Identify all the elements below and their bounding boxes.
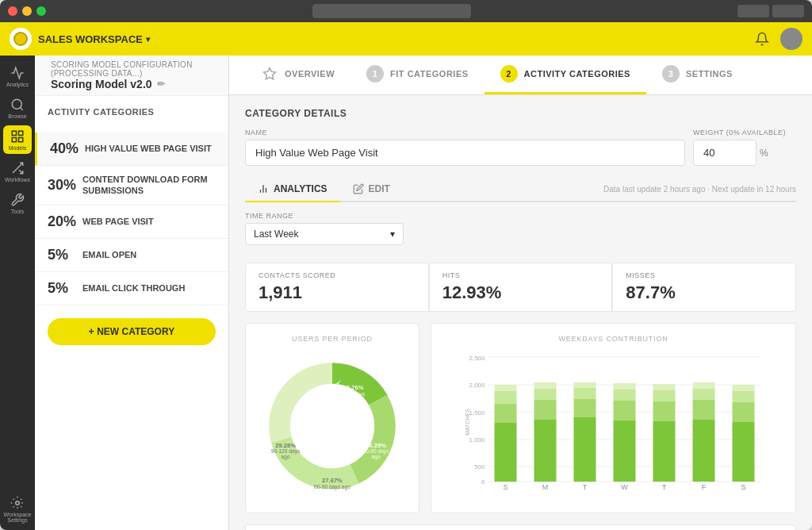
details-area: CATEGORY DETAILS NAME WEIGHT (0% AVAILAB…	[229, 95, 812, 530]
name-input[interactable]	[245, 140, 685, 166]
cat-percent-2: 20%	[48, 213, 82, 230]
browse-label: Browse	[8, 113, 26, 119]
svg-rect-45	[495, 385, 517, 391]
top-bar: SALES WORKSPACE ▾	[0, 22, 812, 56]
svg-rect-54	[574, 388, 596, 399]
logo	[10, 28, 32, 50]
step-overview[interactable]: OVERVIEW	[245, 56, 350, 94]
name-weight-row: NAME WEIGHT (0% AVAILABLE) %	[245, 129, 796, 166]
content-area: OVERVIEW 1 FIT CATEGORIES 2 ACTIVITY CAT…	[229, 56, 812, 530]
overview-icon	[261, 65, 278, 83]
svg-rect-64	[653, 390, 676, 401]
svg-rect-62	[653, 421, 676, 482]
svg-text:T: T	[583, 483, 588, 491]
step-settings[interactable]: 3 SETTINGS	[646, 56, 749, 94]
svg-text:ago: ago	[282, 454, 290, 460]
category-item-4[interactable]: 5% EMAIL CLICK THROUGH	[35, 272, 228, 305]
svg-rect-65	[653, 384, 676, 390]
svg-rect-5	[12, 137, 16, 141]
workspace-dropdown-icon[interactable]: ▾	[146, 35, 150, 44]
panel-header: ACTIVITY CATEGORIES	[35, 96, 228, 132]
tab-analytics[interactable]: ANALYTICS	[245, 177, 340, 202]
category-item-2[interactable]: 20% WEB PAGE VISIT	[35, 205, 228, 239]
stats-row: CONTACTS SCORED 1,911 HITS 12.93% MISSES…	[245, 263, 796, 312]
scoring-title: Scoring Model v2.0 ✏	[51, 78, 213, 90]
minimize-btn[interactable]	[22, 6, 32, 16]
new-category-button[interactable]: + NEW CATEGORY	[48, 318, 216, 345]
step-activity-label: ACTIVITY CATEGORIES	[524, 69, 630, 79]
svg-text:1,000: 1,000	[469, 436, 485, 444]
stat-contacts-label: CONTACTS SCORED	[259, 271, 416, 279]
category-item-3[interactable]: 5% EMAIL OPEN	[35, 239, 228, 272]
time-range-select[interactable]: Last Week ▾	[245, 223, 404, 245]
step-fit-label: FIT CATEGORIES	[390, 69, 468, 79]
cat-name-3: EMAIL OPEN	[82, 249, 136, 260]
workspace-name[interactable]: SALES WORKSPACE ▾	[38, 33, 150, 45]
category-item-0[interactable]: 40% HIGH VALUE WEB PAGE VISIT	[35, 132, 228, 166]
notification-icon[interactable]	[752, 29, 772, 49]
step-nav: OVERVIEW 1 FIT CATEGORIES 2 ACTIVITY CAT…	[229, 56, 812, 95]
svg-rect-57	[614, 421, 636, 482]
weight-unit: %	[760, 148, 768, 159]
svg-text:29.28%: 29.28%	[275, 442, 296, 449]
sidebar-item-workflows[interactable]: Workflows	[3, 157, 32, 186]
maximize-btn[interactable]	[36, 6, 46, 16]
sidebar-item-workspace-settings[interactable]: Workspace Settings	[3, 495, 32, 524]
panel-title: ACTIVITY CATEGORIES	[48, 107, 216, 117]
svg-rect-70	[693, 382, 715, 389]
tab-edit[interactable]: EDIT	[340, 177, 403, 202]
svg-rect-43	[495, 404, 517, 423]
name-field: NAME	[245, 129, 685, 166]
svg-rect-59	[614, 390, 636, 401]
close-btn[interactable]	[8, 6, 17, 16]
svg-marker-9	[264, 68, 276, 79]
svg-line-1	[20, 107, 22, 109]
bar-chart: WEEKDAYS CONTRIBUTION 2,500 2,000 1,500 …	[431, 323, 796, 513]
name-label: NAME	[245, 129, 685, 136]
stat-misses: MISSES 87.7%	[612, 263, 796, 312]
weight-field: WEIGHT (0% AVAILABLE) %	[693, 129, 796, 166]
sidebar-item-tools[interactable]: Tools	[3, 189, 32, 217]
step-settings-label: SETTINGS	[686, 69, 733, 79]
stat-hits-label: HITS	[442, 271, 599, 279]
tools-label: Tools	[11, 209, 24, 214]
svg-rect-50	[534, 382, 557, 389]
svg-rect-69	[693, 389, 715, 400]
cat-name-1: CONTENT DOWNLOAD FORM SUBMISSIONS	[82, 174, 216, 197]
svg-point-8	[16, 501, 20, 505]
svg-text:S: S	[503, 483, 508, 491]
svg-text:M: M	[542, 483, 549, 491]
donut-container: 16.76% 0-30 days ago 26.29% 30-60 days a…	[257, 351, 408, 501]
time-range-value: Last Week	[254, 229, 298, 240]
svg-rect-63	[653, 401, 676, 421]
step-activity-categories[interactable]: 2 ACTIVITY CATEGORIES	[485, 56, 646, 94]
time-range-label: TIME RANGE	[245, 212, 404, 220]
time-range-container: TIME RANGE Last Week ▾	[245, 212, 404, 255]
step-fit-categories[interactable]: 1 FIT CATEGORIES	[350, 56, 484, 94]
icon-sidebar: Analytics Browse Models Workflows Tools …	[0, 56, 35, 530]
edit-model-icon[interactable]: ✏	[157, 79, 165, 90]
svg-rect-49	[534, 389, 557, 400]
sidebar-item-models[interactable]: Models	[3, 125, 32, 154]
tab-edit-label: EDIT	[369, 183, 390, 194]
stat-misses-value: 87.7%	[626, 282, 783, 303]
category-item-1[interactable]: 30% CONTENT DOWNLOAD FORM SUBMISSIONS	[35, 166, 228, 205]
models-label: Models	[9, 145, 27, 151]
toolbar-btn-1	[737, 5, 769, 17]
bar-chart-svg: 2,500 2,000 1,500 1,000 500 0 MATCHES	[442, 351, 784, 494]
weight-input[interactable]	[693, 140, 756, 166]
svg-text:26.29%: 26.29%	[366, 442, 386, 449]
bar-chart-title: WEEKDAYS CONTRIBUTION	[442, 335, 784, 343]
sidebar-item-analytics[interactable]: Analytics	[3, 62, 32, 90]
svg-text:1,500: 1,500	[469, 409, 485, 417]
tab-analytics-label: ANALYTICS	[274, 183, 327, 194]
stat-contacts: CONTACTS SCORED 1,911	[245, 263, 429, 312]
svg-rect-52	[574, 417, 596, 482]
sidebar-item-browse[interactable]: Browse	[3, 94, 32, 122]
svg-rect-72	[733, 422, 755, 482]
svg-rect-55	[574, 382, 596, 388]
svg-rect-75	[733, 385, 755, 391]
svg-rect-2	[12, 131, 16, 135]
user-avatar[interactable]	[780, 28, 802, 50]
stat-hits: HITS 12.93%	[429, 263, 613, 312]
